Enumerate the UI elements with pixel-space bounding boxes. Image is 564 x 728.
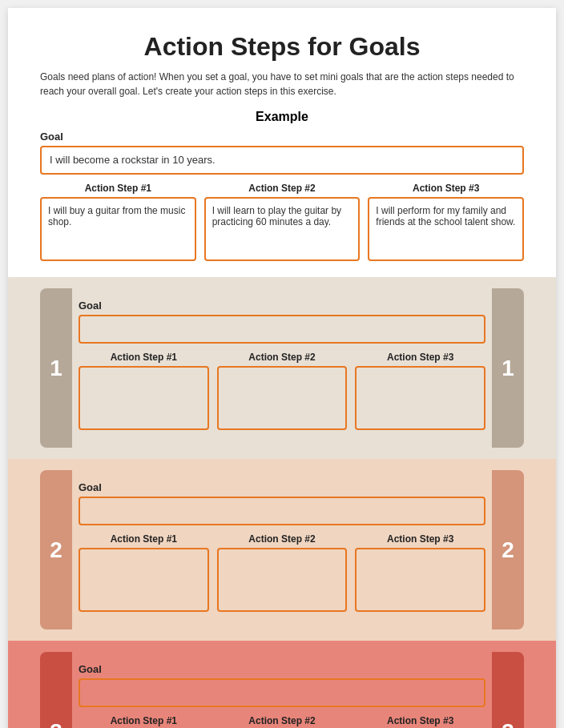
section-1-goal-box[interactable] <box>79 315 485 344</box>
example-goal-box: I will become a rockstar in 10 years. <box>40 146 524 175</box>
section-2: 2 Goal Action Step #1 Action Step #2 Act… <box>40 470 524 629</box>
page: Action Steps for Goals Goals need plans … <box>8 8 556 728</box>
section-1-step3-header: Action Step #3 <box>355 352 485 363</box>
example-step1-header: Action Step #1 <box>40 183 196 194</box>
example-step1-col: Action Step #1 I will buy a guitar from … <box>40 183 196 261</box>
section-2-step2-col: Action Step #2 <box>217 533 348 612</box>
section-3-step1-col: Action Step #1 <box>79 715 209 728</box>
section-3-wrapper: 3 Goal Action Step #1 Action Step #2 Act… <box>8 641 556 728</box>
example-step3-box: I will perform for my family and friends… <box>368 197 524 261</box>
section-2-step1-box[interactable] <box>79 548 209 612</box>
section-1-step1-header: Action Step #1 <box>79 352 209 363</box>
example-section: Example Goal I will become a rockstar in… <box>40 110 524 261</box>
section-3-step2-header: Action Step #2 <box>217 715 348 726</box>
section-1-step2-header: Action Step #2 <box>217 352 348 363</box>
section-1-content: Goal Action Step #1 Action Step #2 Actio… <box>79 288 485 448</box>
section-3-step1-header: Action Step #1 <box>79 715 209 726</box>
section-1-number: 1 <box>50 356 62 381</box>
section-1-tab-left: 1 <box>40 288 72 448</box>
section-1-step2-col: Action Step #2 <box>217 352 348 430</box>
section-2-number: 2 <box>50 537 62 563</box>
section-3-tab-left: 3 <box>40 652 72 728</box>
section-2-step2-header: Action Step #2 <box>217 533 348 545</box>
section-1-tab-right: 1 <box>492 288 524 448</box>
section-2-number-right: 2 <box>502 537 514 563</box>
section-1-step2-box[interactable] <box>217 366 348 430</box>
section-2-step1-header: Action Step #1 <box>79 533 209 545</box>
section-3-step3-header: Action Step #3 <box>355 715 485 726</box>
section-2-goal-label: Goal <box>79 481 485 493</box>
section-2-step2-box[interactable] <box>217 548 348 612</box>
section-3-goal-box[interactable] <box>79 678 485 707</box>
section-1-step3-box[interactable] <box>355 366 485 430</box>
section-3-step2-col: Action Step #2 <box>217 715 348 728</box>
section-1-step3-col: Action Step #3 <box>355 352 485 430</box>
section-3: 3 Goal Action Step #1 Action Step #2 Act… <box>40 652 524 728</box>
example-step3-header: Action Step #3 <box>368 183 524 194</box>
example-label: Example <box>40 110 524 124</box>
section-2-step3-box[interactable] <box>355 548 485 612</box>
section-1-steps-row: Action Step #1 Action Step #2 Action Ste… <box>79 352 485 430</box>
section-3-content: Goal Action Step #1 Action Step #2 Actio… <box>79 652 485 728</box>
section-3-steps-row: Action Step #1 Action Step #2 Action Ste… <box>79 715 485 728</box>
section-2-tab-right: 2 <box>492 470 524 629</box>
section-2-step3-header: Action Step #3 <box>355 533 485 545</box>
page-title: Action Steps for Goals <box>40 32 524 62</box>
example-action-steps-row: Action Step #1 I will buy a guitar from … <box>40 183 524 261</box>
section-3-step3-col: Action Step #3 <box>355 715 485 728</box>
intro-text: Goals need plans of action! When you set… <box>40 70 524 99</box>
section-2-tab-left: 2 <box>40 470 72 629</box>
section-2-wrapper: 2 Goal Action Step #1 Action Step #2 Act… <box>8 459 556 641</box>
section-1-wrapper: 1 Goal Action Step #1 Action Step #2 Act… <box>8 277 556 459</box>
section-1: 1 Goal Action Step #1 Action Step #2 Act… <box>40 288 524 448</box>
example-step1-box: I will buy a guitar from the music shop. <box>40 197 196 261</box>
example-step2-box: I will learn to play the guitar by pract… <box>204 197 361 261</box>
section-3-number: 3 <box>50 719 62 729</box>
section-1-step1-col: Action Step #1 <box>79 352 209 430</box>
example-step3-col: Action Step #3 I will perform for my fam… <box>368 183 524 261</box>
section-2-goal-box[interactable] <box>79 497 485 525</box>
section-1-number-right: 1 <box>502 356 514 381</box>
section-2-steps-row: Action Step #1 Action Step #2 Action Ste… <box>79 533 485 612</box>
example-step2-col: Action Step #2 I will learn to play the … <box>204 183 361 261</box>
example-goal-label: Goal <box>40 131 524 143</box>
example-step2-header: Action Step #2 <box>204 183 361 194</box>
section-3-goal-label: Goal <box>79 663 485 675</box>
section-1-step1-box[interactable] <box>79 366 209 430</box>
section-2-step3-col: Action Step #3 <box>355 533 485 612</box>
section-2-content: Goal Action Step #1 Action Step #2 Actio… <box>79 470 485 629</box>
section-1-goal-label: Goal <box>79 300 485 312</box>
section-3-tab-right: 3 <box>492 652 524 728</box>
section-3-number-right: 3 <box>502 719 514 729</box>
section-2-step1-col: Action Step #1 <box>79 533 209 612</box>
